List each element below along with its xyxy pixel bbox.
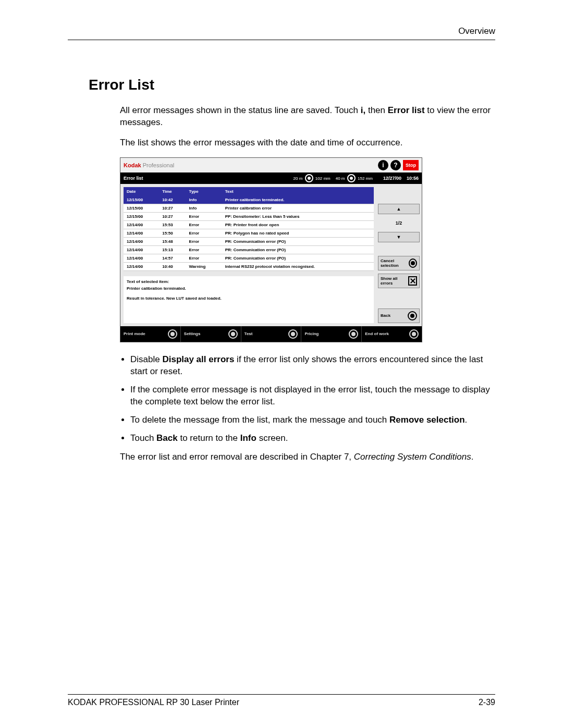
- cancel-selection-button[interactable]: Cancel selection: [378, 256, 420, 270]
- note-3: To delete the message from the list, mar…: [130, 414, 495, 426]
- cell-time: 10:27: [159, 204, 186, 212]
- closing-a: The error list and error removal are des…: [120, 452, 354, 462]
- cell-date: 12/15/00: [124, 204, 159, 212]
- intro-1d: Error list: [388, 105, 425, 115]
- roll-icon: [347, 174, 356, 182]
- note-2: If the complete error message is not dis…: [130, 384, 495, 408]
- note-1b: Display all errors: [162, 354, 234, 364]
- stop-button[interactable]: Stop: [403, 160, 419, 170]
- note-4b: Back: [156, 433, 178, 443]
- notes-list: Disable Display all errors if the error …: [130, 354, 495, 445]
- note-4d: Info: [240, 433, 256, 443]
- note-1: Disable Display all errors if the error …: [130, 354, 495, 378]
- detail-text: Printer calibration terminated.: [127, 286, 371, 291]
- pricing-label: Pricing: [304, 331, 319, 336]
- test-label: Test: [244, 331, 253, 336]
- table-row[interactable]: 12/14/0015:53ErrorPR: Printer front door…: [124, 220, 374, 229]
- cell-text: Internal RS232 protocol violation recogn…: [222, 262, 374, 270]
- scroll-up-button[interactable]: ▲: [378, 204, 420, 214]
- cell-text: Printer calibration terminated.: [222, 196, 374, 204]
- closing-c: .: [471, 452, 474, 462]
- screen-title: Error list: [124, 176, 143, 181]
- button-ring-icon: [349, 329, 358, 339]
- detail-label: Text of selected item:: [127, 279, 371, 284]
- closing-b: Correcting System Conditions: [354, 452, 471, 462]
- show-all-errors-label: Show all errors: [381, 276, 408, 286]
- paper-status-1: 20 m 102 mm: [293, 174, 331, 182]
- table-row[interactable]: 12/14/0015:48ErrorPR: Communication erro…: [124, 237, 374, 245]
- table-row[interactable]: 12/15/0010:27InfoPrinter calibration err…: [124, 204, 374, 212]
- cell-time: 14:57: [159, 254, 186, 262]
- note-1a: Disable: [130, 354, 162, 364]
- note-4: Touch Back to return to the Info screen.: [130, 433, 495, 445]
- intro-para-1: All error messages shown in the status l…: [120, 105, 495, 129]
- test-button[interactable]: Test: [241, 326, 302, 342]
- end-of-work-button[interactable]: End of work: [362, 326, 422, 342]
- cell-type: Error: [186, 254, 222, 262]
- paper-status-2: 40 m 152 mm: [336, 174, 373, 182]
- settings-label: Settings: [184, 331, 201, 336]
- cell-type: Error: [186, 212, 222, 220]
- cell-time: 10:42: [159, 196, 186, 204]
- show-all-errors-button[interactable]: Show all errors: [378, 274, 420, 288]
- scroll-down-button[interactable]: ▼: [378, 232, 420, 242]
- help-icon[interactable]: ?: [390, 160, 401, 170]
- status-date: 12/27/00: [383, 176, 401, 181]
- col-type: Type: [186, 187, 222, 196]
- table-row[interactable]: 12/14/0010:40WarningInternal RS232 proto…: [124, 262, 374, 270]
- cell-date: 12/15/00: [124, 196, 159, 204]
- cell-text: PR: Polygon has no rated speed: [222, 229, 374, 237]
- brand-kodak: Kodak: [124, 162, 141, 168]
- status-time: 10:56: [407, 176, 419, 181]
- note-3c: .: [465, 415, 468, 425]
- settings-button[interactable]: Settings: [181, 326, 241, 342]
- closing-para: The error list and error removal are des…: [120, 451, 495, 463]
- table-row[interactable]: 12/14/0014:57ErrorPR: Communication erro…: [124, 254, 374, 262]
- print-mode-label: Print mode: [124, 331, 145, 336]
- col-date: Date: [124, 187, 159, 196]
- footer-right: 2-39: [479, 698, 495, 707]
- paper2-width: 152 mm: [358, 176, 373, 181]
- note-4a: Touch: [130, 433, 156, 443]
- detail-panel: Text of selected item: Printer calibrati…: [124, 276, 374, 323]
- note-4e: screen.: [256, 433, 288, 443]
- table-row[interactable]: 12/14/0015:50ErrorPR: Polygon has no rat…: [124, 229, 374, 237]
- note-4c: to return to the: [178, 433, 240, 443]
- note-3b: Remove selection: [389, 415, 465, 425]
- cell-type: Info: [186, 204, 222, 212]
- button-ring-icon: [168, 329, 177, 339]
- table-row[interactable]: 12/15/0010:27ErrorPP: Densitometer: Less…: [124, 212, 374, 220]
- cell-date: 12/14/00: [124, 237, 159, 245]
- brand: Kodak Professional: [124, 162, 174, 168]
- intro-1c: then: [365, 105, 388, 115]
- page-header-section: Overview: [68, 26, 495, 40]
- cell-text: PP: Densitometer: Less than 5 values: [222, 212, 374, 220]
- print-mode-button[interactable]: Print mode: [120, 326, 181, 342]
- button-ring-icon: [409, 258, 417, 268]
- intro-1b: i,: [361, 105, 365, 115]
- button-ring-icon: [288, 329, 298, 339]
- cell-date: 12/14/00: [124, 254, 159, 262]
- end-of-work-label: End of work: [365, 331, 389, 336]
- info-icon[interactable]: i: [378, 160, 388, 170]
- cell-date: 12/14/00: [124, 262, 159, 270]
- intro-1a: All error messages shown in the status l…: [120, 105, 361, 115]
- cell-text: PR: Printer front door open: [222, 220, 374, 229]
- cell-date: 12/15/00: [124, 212, 159, 220]
- cell-type: Error: [186, 245, 222, 254]
- cell-type: Error: [186, 220, 222, 229]
- cell-date: 12/14/00: [124, 229, 159, 237]
- cell-text: PR: Communication error (PO): [222, 254, 374, 262]
- cell-type: Info: [186, 196, 222, 204]
- back-button[interactable]: Back: [378, 309, 420, 323]
- embedded-screenshot: Kodak Professional i ? Stop Error list 2…: [120, 157, 422, 342]
- table-row[interactable]: 12/14/0015:13ErrorPR: Communication erro…: [124, 245, 374, 254]
- section-title: Error List: [89, 77, 495, 93]
- checkbox-x-icon: [408, 276, 417, 286]
- note-3a: To delete the message from the list, mar…: [130, 415, 389, 425]
- table-row[interactable]: 12/15/00 10:42 Info Printer calibration …: [124, 196, 374, 204]
- cell-type: Error: [186, 229, 222, 237]
- pricing-button[interactable]: Pricing: [301, 326, 362, 342]
- cell-time: 10:40: [159, 262, 186, 270]
- cell-time: 15:13: [159, 245, 186, 254]
